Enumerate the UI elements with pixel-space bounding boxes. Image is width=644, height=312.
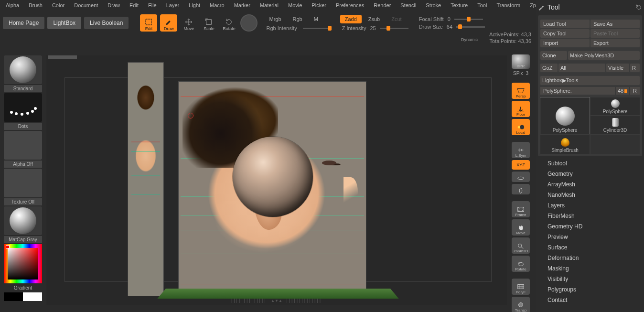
- goz-r-button[interactable]: R: [630, 64, 640, 72]
- subpalette-geometry[interactable]: Geometry: [547, 171, 641, 177]
- bpr-button[interactable]: BPR: [512, 54, 530, 69]
- color-picker[interactable]: [4, 244, 42, 283]
- export-button[interactable]: Export: [590, 39, 640, 47]
- subpalette-masking[interactable]: Masking: [547, 265, 641, 272]
- liveboolean-button[interactable]: Live Boolean: [84, 17, 129, 29]
- polysphere-r-button[interactable]: R: [630, 87, 640, 95]
- pastetool-button[interactable]: Paste Tool: [590, 29, 640, 38]
- copytool-button[interactable]: Copy Tool: [540, 29, 590, 38]
- rot-y-button[interactable]: [512, 172, 530, 182]
- lsym-button[interactable]: L.Sym: [512, 142, 530, 158]
- menu-marker[interactable]: Marker: [230, 1, 254, 10]
- tool-polysphere[interactable]: PolySphere: [590, 97, 640, 115]
- lightbox-button[interactable]: LightBox: [47, 17, 81, 29]
- gyro-button[interactable]: [240, 14, 258, 32]
- subpalette-layers[interactable]: Layers: [547, 202, 641, 209]
- menu-brush[interactable]: Brush: [25, 1, 46, 10]
- edit-mode-button[interactable]: Edit: [140, 14, 157, 32]
- draw-mode-button[interactable]: Draw: [160, 14, 177, 32]
- menu-light[interactable]: Light: [185, 1, 204, 10]
- import-button[interactable]: Import: [540, 39, 590, 47]
- polyframe-button[interactable]: PolyF: [512, 279, 530, 295]
- menu-stencil[interactable]: Stencil: [397, 1, 420, 10]
- menu-stroke[interactable]: Stroke: [422, 1, 445, 10]
- loadtool-button[interactable]: Load Tool: [540, 20, 590, 28]
- subpalette-polygroups[interactable]: Polygroups: [547, 286, 641, 293]
- tool-cylinder3d[interactable]: Cylinder3D: [590, 116, 640, 134]
- dynamic-toggle[interactable]: Dynamic: [461, 37, 478, 42]
- rotate-view-button[interactable]: Rotate: [512, 256, 530, 272]
- mrgb-toggle[interactable]: Mrgb: [264, 15, 286, 23]
- alpha-picker[interactable]: [4, 131, 42, 160]
- goz-visible-button[interactable]: Visible: [606, 64, 629, 72]
- refresh-icon[interactable]: [635, 4, 642, 11]
- drawsize-slider[interactable]: [456, 26, 485, 28]
- tool-simplebrush[interactable]: SimpleBrush: [540, 135, 590, 154]
- menu-draw[interactable]: Draw: [104, 1, 124, 10]
- menu-transform[interactable]: Transform: [493, 1, 524, 10]
- subpalette-deformation[interactable]: Deformation: [547, 255, 641, 261]
- persp-button[interactable]: Persp: [512, 83, 530, 99]
- xyz-button[interactable]: XYZ: [512, 160, 530, 170]
- menu-texture[interactable]: Texture: [447, 1, 472, 10]
- texture-picker[interactable]: [4, 169, 42, 197]
- polysphere-slider[interactable]: PolySphere.: [540, 87, 615, 95]
- m-toggle[interactable]: M: [309, 15, 323, 23]
- subpalette-fibermesh[interactable]: FiberMesh: [547, 213, 641, 219]
- scale-mode-button[interactable]: Scale: [200, 14, 217, 32]
- menu-movie[interactable]: Movie: [284, 1, 306, 10]
- menu-file[interactable]: File: [144, 1, 161, 10]
- rotate-mode-button[interactable]: Rotate: [220, 14, 237, 32]
- subpalette-geometryhd[interactable]: Geometry HD: [547, 223, 641, 230]
- subpalette-preview[interactable]: Preview: [547, 234, 641, 240]
- menu-layer[interactable]: Layer: [162, 1, 183, 10]
- zadd-toggle[interactable]: Zadd: [340, 15, 362, 23]
- rgb-toggle[interactable]: Rgb: [288, 15, 307, 23]
- subpalette-contact[interactable]: Contact: [547, 297, 641, 303]
- floor-button[interactable]: Floor: [512, 101, 530, 117]
- lightboxtools-button[interactable]: Lightbox▶Tools: [540, 76, 640, 85]
- subpalette-nanomesh[interactable]: NanoMesh: [547, 192, 641, 198]
- makepolymesh-button[interactable]: Make PolyMesh3D: [568, 51, 640, 60]
- rgbintensity-slider[interactable]: [303, 28, 332, 29]
- homepage-button[interactable]: Home Page: [3, 17, 44, 29]
- move-mode-button[interactable]: Move: [180, 14, 197, 32]
- zintensity-slider[interactable]: [380, 28, 408, 29]
- spix-slider[interactable]: SPix3: [512, 71, 530, 76]
- goz-button[interactable]: GoZ: [540, 64, 558, 72]
- canvas-resize-grip[interactable]: |||||||||||||| ▲▼▲ ||||||||||||||: [231, 298, 322, 303]
- subpalette-subtool[interactable]: Subtool: [547, 160, 641, 167]
- menu-preferences[interactable]: Preferences: [332, 1, 368, 10]
- menu-document[interactable]: Document: [70, 1, 102, 10]
- frame-button[interactable]: Frame: [512, 201, 530, 217]
- goz-all-button[interactable]: All: [558, 64, 605, 72]
- viewport[interactable]: |||||||||||||| ▲▼▲ ||||||||||||||: [46, 55, 507, 305]
- zoom-button[interactable]: Zoom3D: [512, 237, 530, 254]
- menu-edit[interactable]: Edit: [126, 1, 142, 10]
- zcut-toggle[interactable]: Zcut: [386, 15, 406, 23]
- menu-picker[interactable]: Picker: [308, 1, 330, 10]
- local-button[interactable]: Local: [512, 119, 530, 135]
- focalshift-slider[interactable]: [454, 19, 483, 20]
- rot-z-button[interactable]: [512, 184, 530, 194]
- clone-button[interactable]: Clone: [540, 51, 567, 60]
- saveas-button[interactable]: Save As: [590, 20, 640, 28]
- tool-polysphere-active[interactable]: PolySphere: [540, 97, 590, 134]
- subpalette-arraymesh[interactable]: ArrayMesh: [547, 181, 641, 188]
- zsub-toggle[interactable]: Zsub: [364, 15, 385, 23]
- transp-button[interactable]: Transp: [512, 297, 530, 312]
- secondary-color-swatches[interactable]: [4, 292, 42, 301]
- material-picker[interactable]: [4, 206, 42, 235]
- document-tab[interactable]: [48, 55, 77, 59]
- move-view-button[interactable]: Move: [512, 219, 530, 236]
- menu-color[interactable]: Color: [48, 1, 68, 10]
- menu-tool[interactable]: Tool: [473, 1, 491, 10]
- menu-render[interactable]: Render: [370, 1, 395, 10]
- subpalette-visibility[interactable]: Visibility: [547, 276, 641, 282]
- menu-material[interactable]: Material: [256, 1, 282, 10]
- menu-macro[interactable]: Macro: [206, 1, 228, 10]
- brush-picker[interactable]: [4, 55, 42, 84]
- active-mesh-polysphere[interactable]: [233, 137, 313, 217]
- menu-alpha[interactable]: Alpha: [2, 1, 23, 10]
- stroke-picker[interactable]: [4, 93, 42, 122]
